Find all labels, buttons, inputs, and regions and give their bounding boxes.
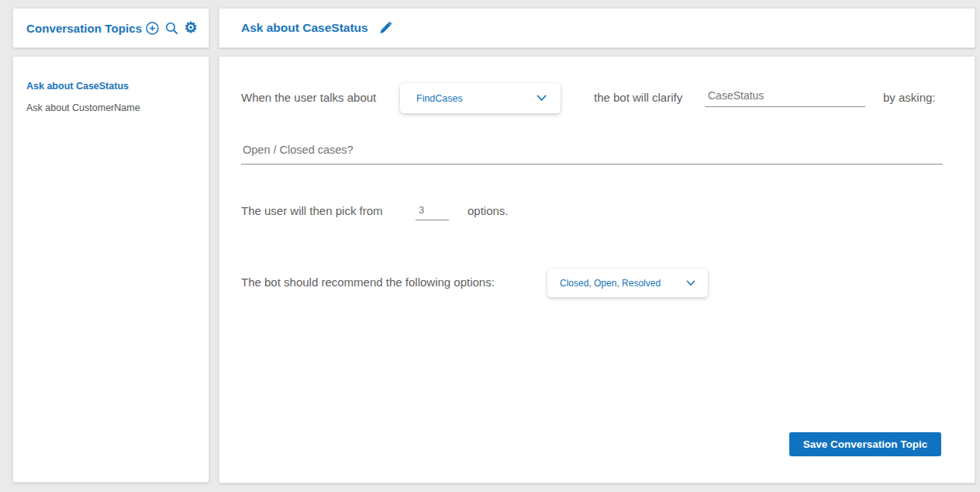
entity-name-input[interactable] (705, 88, 865, 107)
when-user-talks-label: When the user talks about (241, 82, 376, 113)
gear-icon: ⚙ (184, 21, 197, 35)
topics-list: Ask about CaseStatus Ask about CustomerN… (12, 56, 209, 483)
topics-settings-button[interactable]: ⚙ (184, 21, 198, 35)
chevron-down-icon (686, 280, 695, 286)
add-topic-button[interactable] (145, 21, 159, 35)
conversation-topic-editor: Conversation Topics ⚙ (0, 0, 980, 492)
sidebar-item-label: Ask about CaseStatus (26, 81, 129, 92)
bot-will-clarify-label: the bot will clarify (594, 82, 682, 113)
edit-title-button[interactable] (378, 21, 392, 35)
topic-dropdown[interactable]: FindCases (400, 83, 561, 113)
recommend-options-label: The bot should recommend the following o… (241, 269, 495, 296)
sidebar-item-label: Ask about CustomerName (26, 102, 140, 113)
options-count-input[interactable] (416, 203, 449, 220)
add-circle-icon (146, 22, 159, 35)
recommended-options-dropdown[interactable]: Closed, Open, Resolved (547, 269, 708, 297)
sidebar-item-ask-about-customername[interactable]: Ask about CustomerName (13, 97, 209, 119)
by-asking-label: by asking: (883, 82, 936, 113)
topic-dropdown-value: FindCases (416, 93, 463, 104)
recommended-options-value: Closed, Open, Resolved (560, 278, 661, 289)
page-title: Ask about CaseStatus (241, 21, 368, 35)
sidebar-item-ask-about-casestatus[interactable]: Ask about CaseStatus (13, 75, 209, 97)
save-conversation-topic-button[interactable]: Save Conversation Topic (789, 432, 941, 456)
chevron-down-icon (537, 95, 547, 102)
topic-form: When the user talks about FindCases the … (219, 56, 975, 483)
edit-pencil-icon (378, 21, 392, 36)
sidebar-header: Conversation Topics ⚙ (12, 8, 209, 48)
sidebar-title: Conversation Topics (26, 22, 142, 35)
search-icon (165, 22, 178, 35)
pick-from-label: The user will then pick from (241, 201, 383, 221)
clarifying-question-input[interactable] (241, 140, 943, 165)
main-header: Ask about CaseStatus (219, 8, 975, 48)
options-suffix-label: options. (468, 201, 509, 221)
search-topics-button[interactable] (164, 21, 178, 35)
